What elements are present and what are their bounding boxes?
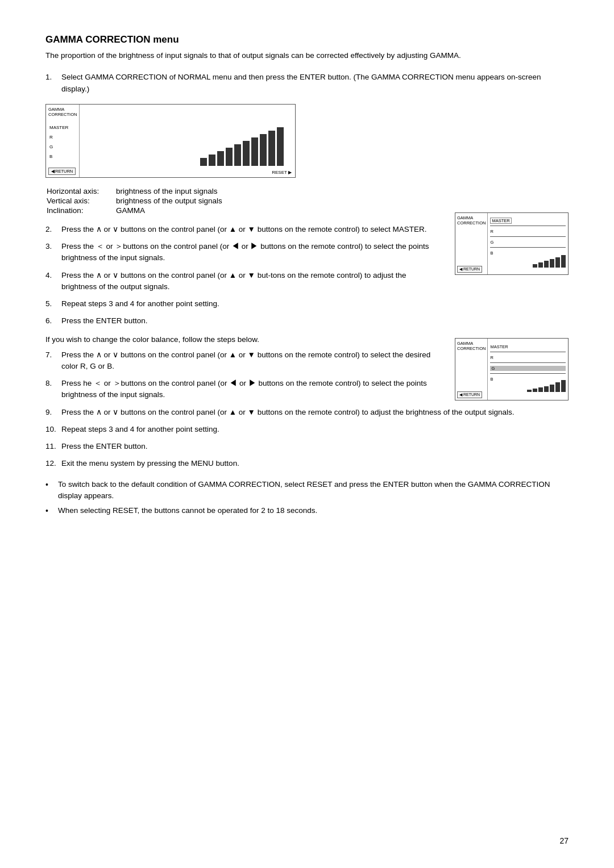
step-12-text: Exit the menu system by pressing the MEN…: [61, 458, 569, 469]
step-8: 8. Press he ＜ or ＞buttons on the control…: [45, 378, 443, 401]
b-label-left: B: [48, 154, 77, 159]
small-return-btn-2[interactable]: ◀ RETURN: [457, 391, 482, 398]
bar-9: [268, 131, 275, 166]
small-bar-2: [538, 262, 543, 268]
bar-6: [243, 141, 250, 166]
step-1: 1. Select GAMMA CORRECTION of NORMAL men…: [45, 72, 569, 95]
step-3-text: Press the ＜ or ＞buttons on the control p…: [61, 241, 443, 264]
g-label-left: G: [48, 144, 77, 149]
small-bar-chart-2: [527, 380, 566, 392]
small-bar2-6: [555, 382, 560, 392]
bar-3: [217, 151, 224, 166]
r-label-left: R: [48, 135, 77, 140]
bullet-item-1: • To switch back to the default conditio…: [45, 479, 569, 502]
vertical-axis-label: Vertical axis:: [47, 197, 115, 205]
step-2-num: 2.: [45, 224, 58, 235]
bar-4: [226, 148, 233, 166]
small-return-btn-1[interactable]: ◀ RETURN: [457, 266, 482, 273]
bar-7: [251, 137, 258, 166]
step-5-num: 5.: [45, 298, 58, 310]
step-7: 7. Press the ∧ or ∨ buttons on the contr…: [45, 349, 443, 373]
small-hline-r: [490, 236, 566, 237]
reset-text: RESET ▶: [272, 170, 292, 175]
small-bar-6: [561, 255, 566, 268]
step-9-num: 9.: [45, 407, 58, 418]
return-text: RETURN: [55, 169, 73, 174]
step-5: 5. Repeat steps 3 and 4 for another poin…: [45, 298, 569, 310]
small-bar2-1: [527, 390, 532, 392]
small-hline-master: [490, 226, 566, 226]
step-1-num: 1.: [45, 72, 58, 95]
step-7-text: Press the ∧ or ∨ buttons on the control …: [61, 349, 443, 373]
main-diagram: GAMMACORRECTION MASTER R G B: [45, 104, 296, 178]
small-bar2-4: [544, 386, 549, 392]
small-bar2-5: [550, 385, 554, 392]
page-number: 27: [559, 836, 569, 845]
return-button-main[interactable]: ◀ RETURN: [48, 168, 76, 175]
return-arrow: ◀: [51, 169, 55, 174]
step-10-num: 10.: [45, 424, 58, 435]
step-6: 6. Press the ENTER button.: [45, 315, 569, 327]
bar-2: [209, 155, 215, 166]
bar-10: [277, 127, 284, 166]
small-hline-g: [490, 247, 566, 248]
small-bar-1: [533, 264, 537, 268]
small-hline-master-2: [490, 352, 566, 352]
small-gamma-label-2: GAMMACORRECTION: [457, 341, 486, 351]
step-12: 12. Exit the menu system by pressing the…: [45, 458, 569, 469]
step-4-num: 4.: [45, 270, 58, 293]
bullet-dot-2: •: [45, 505, 53, 517]
step-10-text: Repeat steps 3 and 4 for another point s…: [61, 424, 569, 435]
small-hline-r-2: [490, 362, 566, 363]
step-12-num: 12.: [45, 458, 58, 469]
small-master-label: MASTER: [490, 218, 511, 224]
small-bar2-3: [538, 387, 543, 392]
step-4-text: Press the ∧ or ∨ buttons on the control …: [61, 270, 443, 293]
small-gamma-label: GAMMACORRECTION: [457, 215, 486, 226]
reset-button[interactable]: RESET ▶: [272, 170, 292, 175]
small-bar2-2: [533, 389, 537, 392]
small-bar-3: [544, 261, 549, 268]
horizontal-axis-label: Horizontal axis:: [47, 187, 115, 195]
step-6-text: Press the ENTER button.: [61, 315, 569, 327]
steps-2-6-section: GAMMACORRECTION MASTER R G B: [45, 224, 569, 298]
diagram-left-labels: GAMMACORRECTION MASTER R G B: [46, 105, 80, 177]
bar-8: [260, 134, 267, 166]
small-hline-g-2: [490, 373, 566, 374]
inclination-label: Inclination:: [47, 206, 115, 215]
bullet-text-1: To switch back to the default condition …: [58, 479, 569, 502]
step-2-text: Press the ∧ or ∨ buttons on the control …: [61, 224, 443, 235]
step-9: 9. Press the ∧ or ∨ buttons on the contr…: [45, 407, 569, 418]
horizontal-axis-value: brightness of the input signals: [116, 187, 222, 195]
small-diagram-2: GAMMACORRECTION MASTER R G B: [455, 338, 569, 400]
small-bar-chart-1: [533, 255, 566, 268]
step-3: 3. Press the ＜ or ＞buttons on the contro…: [45, 241, 443, 264]
master-label-left: MASTER: [48, 125, 77, 130]
small-bar-5: [555, 257, 560, 268]
bullet-text-2: When selecting RESET, the buttons cannot…: [58, 505, 317, 517]
small-bar-4: [550, 259, 554, 268]
bar-1: [200, 158, 207, 166]
vertical-axis-value: brightness of the output signals: [116, 197, 222, 205]
step-8-text: Press he ＜ or ＞buttons on the control pa…: [61, 378, 443, 401]
steps-7-9-section: GAMMACORRECTION MASTER R G B: [45, 349, 569, 424]
bullet-dot-1: •: [45, 479, 53, 502]
step-11: 11. Press the ENTER button.: [45, 441, 569, 452]
step-8-num: 8.: [45, 378, 58, 401]
step-1-text: Select GAMMA CORRECTION of NORMAL menu a…: [61, 72, 569, 95]
small-g-label-2-highlighted: G: [490, 366, 566, 371]
axis-table: Horizontal axis: brightness of the input…: [45, 186, 223, 216]
bar-5: [234, 144, 241, 166]
step-10: 10. Repeat steps 3 and 4 for another poi…: [45, 424, 569, 435]
step-7-num: 7.: [45, 349, 58, 373]
inclination-value: GAMMA: [116, 206, 222, 215]
step-3-num: 3.: [45, 241, 58, 264]
step-11-num: 11.: [45, 441, 58, 452]
page-title: GAMMA CORRECTION menu: [45, 34, 569, 45]
step-4: 4. Press the ∧ or ∨ buttons on the contr…: [45, 270, 443, 293]
step-2: 2. Press the ∧ or ∨ buttons on the contr…: [45, 224, 443, 235]
step-6-num: 6.: [45, 315, 58, 327]
small-bar2-7: [561, 380, 566, 392]
small-master-label-2: MASTER: [490, 344, 566, 349]
step-5-text: Repeat steps 3 and 4 for another point s…: [61, 298, 569, 310]
